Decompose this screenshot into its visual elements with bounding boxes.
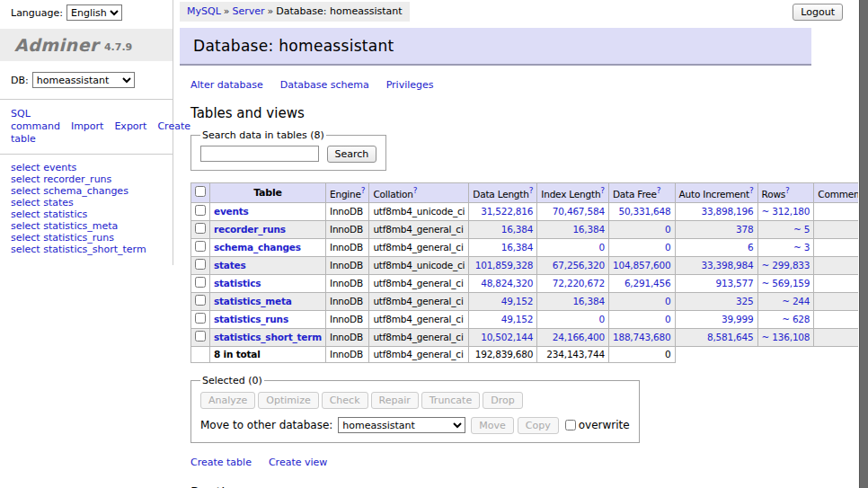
cell-index-length-link[interactable]: 67,256,320 [553,260,605,271]
row-checkbox[interactable] [195,277,206,288]
cell-index-length-link[interactable]: 0 [598,314,604,324]
overwrite-label: overwrite [579,419,630,431]
privileges-link[interactable]: Privileges [386,79,434,91]
row-checkbox[interactable] [195,223,206,234]
language-select[interactable]: English [66,4,122,21]
cell-auto-increment-link[interactable]: 33,898,196 [701,206,753,217]
cell-index-length-link[interactable]: 16,384 [572,224,605,235]
cell-data-length-link[interactable]: 101,859,328 [475,260,534,271]
alter-database-link[interactable]: Alter database [190,79,263,91]
sidebar-select-recorder-runs[interactable]: select recorder_runs [11,173,111,185]
cell-auto-increment-link[interactable]: 325 [736,296,753,306]
cell-data-length-link[interactable]: 10,502,144 [481,332,533,342]
row-checkbox[interactable] [195,295,206,306]
table-name-link[interactable]: statistics_meta [214,296,292,306]
help-link[interactable]: ? [361,186,366,195]
cell-rows-link[interactable]: ~ 5 [793,224,810,235]
create-table-link[interactable]: Create table [190,457,252,468]
cell-auto-increment-link[interactable]: 913,577 [716,278,754,288]
cell-data-free-link[interactable]: 50,331,648 [618,206,670,217]
breadcrumb-link-mysql[interactable]: MySQL [187,5,221,17]
sidebar-select-statistics-short-term[interactable]: select statistics_short_term [11,244,146,255]
table-body: eventsInnoDButf8mb4_unicode_ci31,522,816… [191,202,868,362]
help-link[interactable]: ? [657,186,661,195]
row-checkbox[interactable] [195,259,206,270]
cell-rows-link[interactable]: ~ 628 [782,314,810,324]
cell-rows: ~ 299,833 [757,256,814,274]
help-link[interactable]: ? [413,186,418,195]
cell-data-free-link[interactable]: 188,743,680 [613,332,671,342]
col-header-label: Table [253,187,282,199]
row-checkbox[interactable] [195,313,206,324]
table-name-link[interactable]: states [214,260,246,271]
cell-rows-link[interactable]: ~ 136,108 [762,332,810,342]
cell-data-length-link[interactable]: 31,522,816 [481,206,533,217]
cell-engine: InnoDB [326,238,369,256]
cell-data-free-link[interactable]: 104,857,600 [613,260,671,271]
table-name-link[interactable]: statistics_runs [214,314,288,324]
sidebar-select-statistics-runs[interactable]: select statistics_runs [11,232,114,244]
cell-data-length-link[interactable]: 48,824,320 [481,278,533,288]
scrollbar-track[interactable] [858,0,868,488]
cell-auto-increment-link[interactable]: 8,581,645 [707,332,754,342]
table-name-link[interactable]: statistics [214,278,261,288]
table-name-link[interactable]: statistics_short_term [214,332,322,342]
sidebar-select-statistics[interactable]: select statistics [11,209,87,220]
table-name-link[interactable]: recorder_runs [214,224,286,235]
sidebar-select-statistics-meta[interactable]: select statistics_meta [11,220,118,232]
cell-rows-link[interactable]: ~ 244 [782,296,810,306]
sidebar-link-sql-command[interactable]: SQL command [11,108,60,132]
cell-auto-increment-link[interactable]: 6 [748,242,753,253]
cell-rows-link[interactable]: ~ 312,180 [762,206,810,217]
cell-index-length-link[interactable]: 24,166,400 [553,332,605,342]
overwrite-checkbox[interactable] [565,420,576,430]
cell-data-free-link[interactable]: 6,291,456 [624,278,671,288]
cell-index-length: 72,220,672 [537,274,609,292]
cell-index-length-link[interactable]: 70,467,584 [553,206,605,217]
cell-data-length-link[interactable]: 16,384 [501,224,534,235]
database-schema-link[interactable]: Database schema [280,79,369,91]
cell-data-length-link[interactable]: 16,384 [501,242,534,253]
cell-data-free-link[interactable]: 0 [665,296,670,306]
cell-data-free-link[interactable]: 0 [665,314,670,324]
db-select[interactable]: homeassistant [32,72,135,88]
cell-data-length-link[interactable]: 49,152 [501,314,534,324]
scrollbar-thumb[interactable] [859,0,868,488]
row-checkbox-cell [191,292,210,310]
cell-data-length: 16,384 [469,238,537,256]
sidebar-select-schema-changes[interactable]: select schema_changes [11,185,128,197]
help-link[interactable]: ? [749,186,754,195]
cell-auto-increment-link[interactable]: 39,999 [722,314,754,324]
sidebar-select-states[interactable]: select states [11,197,74,209]
table-name-link[interactable]: schema_changes [214,242,301,253]
cell-index-length-link[interactable]: 0 [598,242,604,253]
cell-auto-increment-link[interactable]: 378 [736,224,753,235]
cell-index-length-link[interactable]: 16,384 [572,296,605,306]
cell-auto-increment-link[interactable]: 33,398,984 [701,260,753,271]
create-view-link[interactable]: Create view [269,457,327,468]
help-link[interactable]: ? [600,186,605,195]
cell-rows-link[interactable]: ~ 299,833 [762,260,810,271]
cell-rows-link[interactable]: ~ 3 [793,242,810,253]
search-input[interactable] [200,146,319,162]
cell-data-free-link[interactable]: 0 [665,224,670,235]
sidebar-link-import[interactable]: Import [71,120,104,132]
sidebar-link-export[interactable]: Export [114,120,146,132]
row-checkbox[interactable] [195,205,206,216]
sidebar-select-events[interactable]: select events [11,162,76,173]
cell-index-length-link[interactable]: 72,220,672 [553,278,605,288]
help-link[interactable]: ? [529,186,534,195]
search-button[interactable]: Search [327,146,377,163]
row-checkbox[interactable] [195,331,206,342]
cell-data-length-link[interactable]: 49,152 [501,296,534,306]
row-checkbox[interactable] [195,241,206,252]
cell-data-free-link[interactable]: 0 [665,242,670,253]
table-name-link[interactable]: events [214,206,249,217]
logout-button[interactable]: Logout [793,4,843,21]
select-all-checkbox[interactable] [195,186,206,197]
help-link[interactable]: ? [785,186,790,195]
cell-rows-link[interactable]: ~ 569,159 [762,278,810,288]
breadcrumb-link-server[interactable]: Server [233,5,265,17]
language-row: Language:English [0,0,173,29]
move-database-select[interactable]: homeassistant [338,417,465,433]
